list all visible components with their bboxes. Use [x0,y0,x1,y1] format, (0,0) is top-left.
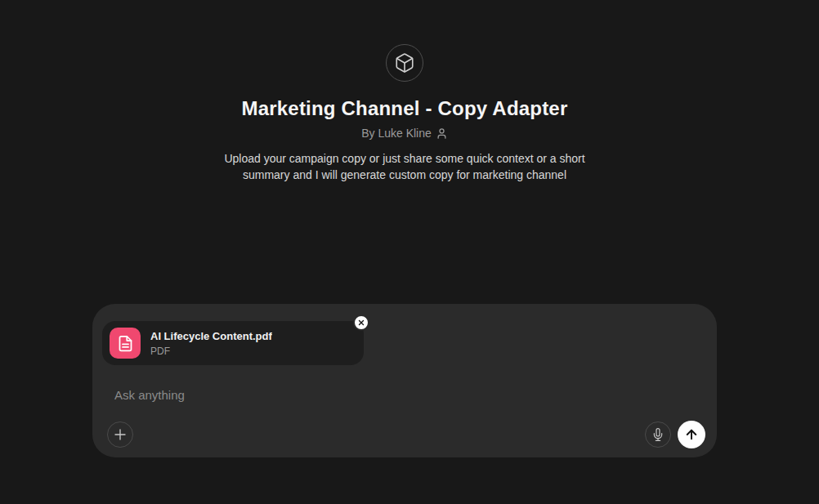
attachment-chip[interactable]: AI Lifecycle Content.pdf PDF [102,321,364,365]
page-title: Marketing Channel - Copy Adapter [242,96,568,120]
remove-attachment-button[interactable] [353,314,369,331]
pdf-file-badge [110,328,141,359]
box-icon [394,52,415,74]
attachment-meta: AI Lifecycle Content.pdf PDF [150,329,272,357]
add-attachment-button[interactable] [107,421,133,448]
microphone-icon [651,428,665,441]
dictate-button[interactable] [645,421,671,448]
arrow-up-icon [684,427,699,442]
file-text-icon [117,335,134,352]
plus-icon [113,427,128,442]
composer: AI Lifecycle Content.pdf PDF [92,304,717,457]
byline-text: By Luke Kline [361,127,432,140]
send-button[interactable] [678,421,705,448]
assistant-header: Marketing Channel - Copy Adapter By Luke… [0,44,809,183]
close-icon [357,319,365,327]
assistant-avatar [386,44,423,82]
attachment-filename: AI Lifecycle Content.pdf [150,329,272,343]
assistant-description: Upload your campaign copy or just share … [222,150,588,183]
app-background: Marketing Channel - Copy Adapter By Luke… [0,0,819,504]
attachment-filetype: PDF [150,346,272,357]
prompt-input[interactable] [112,386,697,423]
person-icon [436,127,448,140]
byline[interactable]: By Luke Kline [361,127,448,140]
